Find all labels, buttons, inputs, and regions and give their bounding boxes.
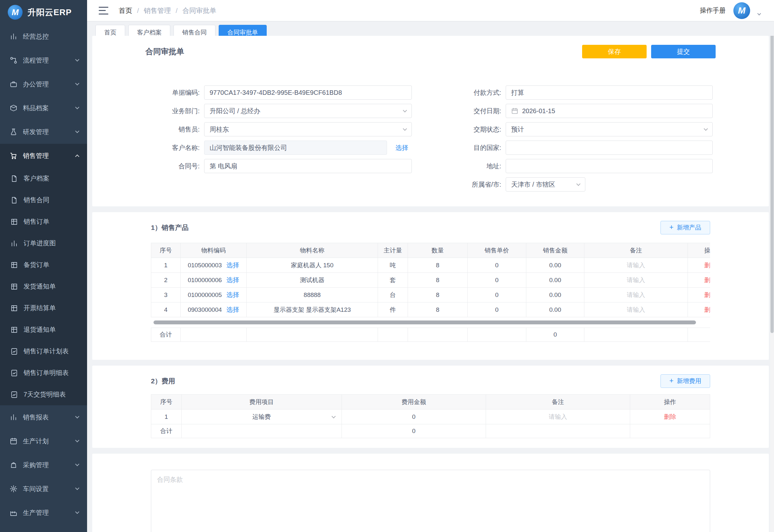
sidebar-item-material-archive[interactable]: 料品档案: [0, 96, 87, 120]
qty-cell[interactable]: 8: [408, 302, 468, 317]
sidebar-subitem-invoice-settlement[interactable]: 开票结算单: [0, 297, 87, 319]
choose-material-link[interactable]: 选择: [226, 261, 239, 270]
contract-no-label: 合同号:: [145, 159, 200, 173]
sidebar-subitem-sales-order[interactable]: 销售订单: [0, 211, 87, 232]
total-label-cell: 合计: [151, 328, 181, 342]
remark-input[interactable]: 请输入: [627, 277, 645, 283]
delete-fee-link[interactable]: 删除: [664, 413, 676, 420]
price-cell[interactable]: 0: [468, 273, 526, 288]
sidebar-item-label: 生产计划: [23, 437, 70, 446]
sidebar-subitem-sales-order-detail-table[interactable]: 销售订单明细表: [0, 362, 87, 384]
remark-cell: 请输入: [584, 288, 688, 302]
add-fee-button[interactable]: + 新增费用: [660, 374, 710, 388]
submit-button[interactable]: 提交: [651, 45, 716, 58]
contract-terms-textarea[interactable]: 合同条款: [151, 470, 710, 532]
sidebar-item-workshop-settings[interactable]: 车间设置: [0, 477, 87, 501]
salesman-select[interactable]: 周桂东: [204, 122, 412, 136]
remark-input[interactable]: 请输入: [627, 306, 645, 313]
choose-material-link[interactable]: 选择: [226, 291, 239, 299]
dept-select[interactable]: 升阳公司 / 总经办: [204, 104, 412, 118]
seq-cell: 1: [151, 258, 181, 273]
sidebar-subitem-delivery-notice[interactable]: 发货通知单: [0, 276, 87, 297]
sidebar-item-label: 生产管理: [23, 508, 70, 517]
price-cell[interactable]: 0: [468, 258, 526, 273]
sidebar-item-production-mgmt[interactable]: 生产管理: [0, 501, 87, 525]
sidebar-item-sales-mgmt[interactable]: 销售管理: [0, 144, 87, 168]
fee-item-select[interactable]: 运输费: [182, 409, 342, 424]
delete-row-link[interactable]: 删除: [704, 277, 710, 283]
sidebar-subitem-customer-archive[interactable]: 客户档案: [0, 168, 87, 189]
delete-row-link[interactable]: 删除: [704, 291, 710, 298]
chevron-down-icon: [576, 182, 581, 186]
customer-choose-link[interactable]: 选择: [395, 143, 408, 152]
fee-amount-cell[interactable]: 0: [342, 409, 486, 424]
sidebar-item-business-overview[interactable]: 经营总控: [0, 25, 87, 48]
remark-cell: 请输入: [486, 409, 630, 424]
remark-input[interactable]: 请输入: [549, 413, 567, 420]
user-avatar[interactable]: M: [733, 2, 750, 19]
delete-row-link[interactable]: 删除: [704, 262, 710, 269]
contract-form-card: 合同审批单 保存 提交 单据编码: 9770CA17-3497-4DB2-995…: [92, 36, 769, 206]
dest-country-input[interactable]: [506, 141, 713, 155]
save-button[interactable]: 保存: [582, 45, 647, 58]
col-qty: 数量: [408, 243, 468, 258]
qty-cell[interactable]: 8: [408, 258, 468, 273]
sidebar-item-sales-report[interactable]: 销售报表: [0, 405, 87, 429]
price-cell[interactable]: 0: [468, 302, 526, 317]
tab-sales-contract[interactable]: 销售合同: [174, 25, 215, 36]
remark-input[interactable]: 请输入: [627, 291, 645, 298]
sidebar-subitem-seven-day-delivery-table[interactable]: 7天交货明细表: [0, 384, 87, 405]
sidebar-subitem-return-notice[interactable]: 退货通知单: [0, 319, 87, 340]
manual-link[interactable]: 操作手册: [700, 6, 726, 15]
delivery-status-select[interactable]: 预计: [506, 122, 713, 136]
qty-cell[interactable]: 8: [408, 288, 468, 302]
op-cell: 删除: [688, 288, 710, 302]
tab-home[interactable]: 首页: [95, 25, 125, 36]
choose-material-link[interactable]: 选择: [226, 276, 239, 284]
chevron-down-icon: [403, 108, 407, 113]
table-icon: [10, 218, 18, 226]
breadcrumb-home[interactable]: 首页: [119, 6, 132, 15]
sidebar-subitem-label: 7天交货明细表: [24, 390, 79, 399]
sidebar-item-process-mgmt[interactable]: 流程管理: [0, 48, 87, 72]
sidebar-item-purchase-mgmt[interactable]: 采购管理: [0, 453, 87, 477]
doc-code-input[interactable]: 9770CA17-3497-4DB2-995E-B49E9CF61BD8: [204, 85, 412, 100]
chevron-down-icon: [75, 105, 79, 109]
sidebar-subitem-stock-prep-order[interactable]: 备货订单: [0, 254, 87, 276]
unit-cell: 台: [378, 288, 408, 302]
hscrollbar-thumb[interactable]: [154, 320, 696, 324]
sidebar-item-rd-mgmt[interactable]: 研发管理: [0, 120, 87, 144]
sidebar-subitem-sales-contract[interactable]: 销售合同: [0, 189, 87, 211]
province-cascader[interactable]: 天津市 / 市辖区: [506, 177, 585, 192]
col-fee-item: 费用项目: [182, 395, 342, 409]
customer-input[interactable]: 山河智能装备股份有限公司: [204, 141, 387, 155]
add-product-button[interactable]: + 新增产品: [660, 221, 710, 234]
fees-header-row: 序号 费用项目 费用金额 备注 操作: [151, 395, 710, 409]
col-fee-amount: 费用金额: [342, 395, 486, 409]
sidebar-subitem-order-progress-chart[interactable]: 订单进度图: [0, 232, 87, 254]
col-remark: 备注: [486, 395, 630, 409]
collapse-sidebar-icon[interactable]: [99, 7, 108, 15]
breadcrumb-sales-mgmt[interactable]: 销售管理: [144, 6, 171, 15]
contract-no-input[interactable]: 第 电风扇: [204, 159, 412, 173]
tab-customer-archive[interactable]: 客户档案: [128, 25, 170, 36]
sidebar-item-partial[interactable]: [0, 525, 87, 532]
sidebar-item-office-mgmt[interactable]: 办公管理: [0, 72, 87, 96]
payment-input[interactable]: 打算: [506, 85, 713, 100]
chevron-down-icon: [75, 438, 79, 442]
choose-material-link[interactable]: 选择: [226, 305, 239, 314]
total-amount-cell: 0: [342, 424, 486, 438]
price-cell[interactable]: 0: [468, 288, 526, 302]
delete-row-link[interactable]: 删除: [704, 306, 710, 313]
sidebar-subitem-sales-order-plan-table[interactable]: 销售订单计划表: [0, 340, 87, 362]
sidebar-subitem-label: 客户档案: [24, 174, 79, 183]
delivery-date-input[interactable]: 2026-01-15: [506, 104, 713, 118]
sidebar-item-production-plan[interactable]: 生产计划: [0, 429, 87, 453]
vscrollbar-thumb[interactable]: [770, 33, 774, 333]
remark-input[interactable]: 请输入: [627, 262, 645, 269]
address-input[interactable]: [506, 159, 713, 173]
tab-contract-approval[interactable]: 合同审批单: [219, 25, 267, 36]
qty-cell[interactable]: 8: [408, 273, 468, 288]
sidebar-item-label: 研发管理: [23, 128, 70, 136]
gear-icon: [10, 485, 17, 493]
